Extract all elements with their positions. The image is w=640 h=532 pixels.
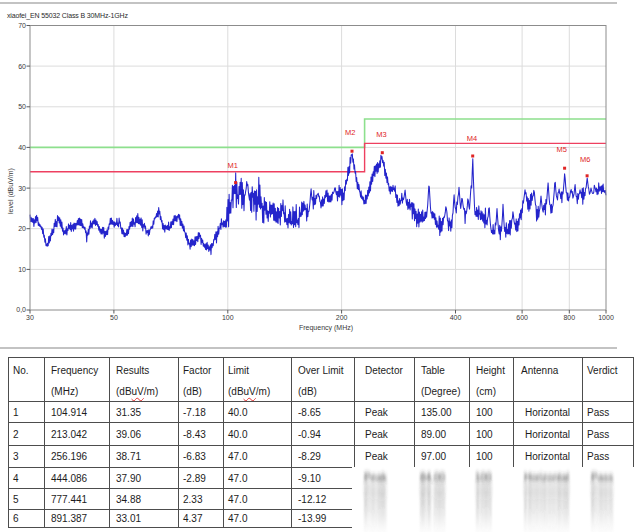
svg-text:30: 30 [26,314,34,321]
svg-text:20: 20 [18,225,26,232]
svg-text:600: 600 [516,314,528,321]
svg-text:70: 70 [18,22,26,29]
svg-text:Frequency (MHz): Frequency (MHz) [299,324,353,332]
svg-text:1000: 1000 [598,314,614,321]
svg-text:200: 200 [336,314,348,321]
svg-text:level (dBuV/m): level (dBuV/m) [7,168,15,214]
svg-text:0,0: 0,0 [16,306,26,313]
svg-text:50: 50 [18,103,26,110]
svg-text:60: 60 [18,63,26,70]
svg-text:800: 800 [563,314,575,321]
svg-text:M2: M2 [345,128,355,137]
svg-text:40: 40 [18,144,26,151]
svg-text:M6: M6 [580,155,590,164]
svg-text:M4: M4 [467,134,477,143]
svg-text:100: 100 [222,314,234,321]
svg-text:M1: M1 [228,161,238,170]
svg-text:50: 50 [110,314,118,321]
svg-text:M3: M3 [376,130,386,139]
svg-text:400: 400 [450,314,462,321]
svg-text:30: 30 [18,185,26,192]
svg-text:10: 10 [18,266,26,273]
svg-text:M5: M5 [557,145,567,154]
